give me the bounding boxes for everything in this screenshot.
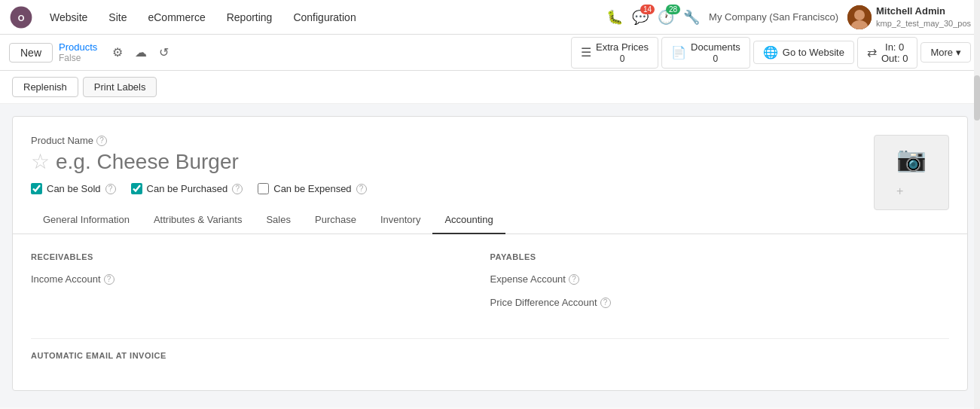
extra-prices-button[interactable]: ☰ Extra Prices 0 [571,37,658,69]
nav-reporting[interactable]: Reporting [216,0,283,35]
scrollbar-thumb[interactable] [974,75,980,121]
breadcrumb-sub: False [59,53,97,63]
debug-icon[interactable]: 🐛 [606,9,623,26]
svg-text:O: O [18,13,25,22]
action-bar: Replenish Print Labels [0,71,980,104]
payables-title: PAYABLES [490,252,950,261]
expense-account-field: Expense Account ? [490,273,950,285]
can-be-sold-label: Can be Sold [47,183,101,194]
can-be-purchased-help-icon[interactable]: ? [232,184,243,194]
tab-general[interactable]: General Information [31,206,142,234]
tab-inventory[interactable]: Inventory [368,206,432,234]
undo-icon[interactable]: ↺ [156,42,172,63]
more-label: More [930,47,953,58]
can-be-purchased-field: Can be Purchased ? [131,183,243,194]
income-account-label: Income Account ? [31,273,490,285]
in-out-label: In: 0 Out: 0 [881,41,908,64]
camera-icon: 📷+ [896,145,927,201]
documents-label: Documents 0 [691,41,740,64]
settings-icon[interactable]: ⚙ [109,42,126,63]
can-be-purchased-label: Can be Purchased [147,183,228,194]
list-icon: ☰ [581,45,591,60]
globe-icon: 🌐 [763,45,778,60]
scrollbar[interactable] [974,0,980,407]
tab-attributes[interactable]: Attributes & Variants [142,206,255,234]
tab-sales[interactable]: Sales [254,206,303,234]
nav-website[interactable]: Website [39,0,98,35]
product-name-input[interactable] [56,150,924,174]
nav-site[interactable]: Site [98,0,137,35]
can-be-expensed-field: Can be Expensed ? [258,183,366,194]
replenish-button[interactable]: Replenish [12,77,78,97]
nav-configuration[interactable]: Configuration [282,0,366,35]
price-diff-account-label: Price Difference Account ? [490,297,950,308]
product-name-row: ☆ EN [31,149,949,174]
tab-purchase[interactable]: Purchase [303,206,368,234]
user-sub: kmp_2_test_may_30_pos [876,18,971,29]
breadcrumb-products[interactable]: Products [59,41,97,53]
checkboxes-row: Can be Sold ? Can be Purchased ? Can be … [31,183,949,194]
top-nav-menu: Website Site eCommerce Reporting Configu… [39,0,367,35]
accounting-tab-content: RECEIVABLES Income Account ? PAYABLES Ex… [31,234,949,360]
document-icon: 📄 [671,45,686,60]
user-avatar [847,5,872,29]
product-form: 📷+ Product Name ? ☆ EN Can be Sold ? Can… [12,116,968,391]
user-name: Mitchell Admin [876,5,971,18]
cloud-icon[interactable]: ☁ [132,42,150,63]
more-button[interactable]: More ▾ [920,42,971,63]
top-nav-right: 🐛 💬 14 🕐 28 🔧 My Company (San Francisco)… [606,5,971,29]
in-out-button[interactable]: ⇄ In: 0 Out: 0 [857,37,917,69]
extra-prices-label: Extra Prices 0 [596,41,649,64]
payables-column: PAYABLES Expense Account ? Price Differe… [490,252,950,320]
main-content: 📷+ Product Name ? ☆ EN Can be Sold ? Can… [0,104,980,407]
can-be-sold-field: Can be Sold ? [31,183,116,194]
product-name-help-icon[interactable]: ? [96,136,107,146]
user-details: Mitchell Admin kmp_2_test_may_30_pos [876,5,971,29]
company-selector[interactable]: My Company (San Francisco) [709,11,838,23]
product-image-upload[interactable]: 📷+ [874,135,949,210]
wrench-icon[interactable]: 🔧 [683,9,700,26]
transfer-icon: ⇄ [867,45,877,60]
go-to-website-label: Go to Website [783,47,844,58]
income-account-help-icon[interactable]: ? [104,274,114,285]
activity-badge: 28 [666,5,680,14]
user-menu[interactable]: Mitchell Admin kmp_2_test_may_30_pos [847,5,971,29]
can-be-expensed-help-icon[interactable]: ? [356,184,367,194]
favorite-star-icon[interactable]: ☆ [31,149,50,174]
price-diff-help-icon[interactable]: ? [600,298,611,308]
product-tabs: General Information Attributes & Variant… [13,206,967,234]
can-be-sold-help-icon[interactable]: ? [105,184,116,194]
can-be-expensed-label: Can be Expensed [273,183,351,194]
can-be-sold-checkbox[interactable] [31,183,42,194]
toolbar-actions: ☰ Extra Prices 0 📄 Documents 0 🌐 Go to W… [571,37,971,69]
price-diff-account-field: Price Difference Account ? [490,297,950,308]
receivables-column: RECEIVABLES Income Account ? [31,252,490,320]
chat-icon[interactable]: 💬 14 [632,9,649,26]
top-nav: O Website Site eCommerce Reporting Confi… [0,0,980,35]
chat-badge: 14 [640,5,655,14]
new-button[interactable]: New [9,43,53,63]
auto-email-title: AUTOMATIC EMAIL AT INVOICE [31,351,949,360]
breadcrumb: Products False [59,41,97,63]
receivables-title: RECEIVABLES [31,252,490,261]
documents-button[interactable]: 📄 Documents 0 [661,37,750,69]
secondary-toolbar: New Products False ⚙ ☁ ↺ ☰ Extra Prices … [0,35,980,71]
svg-point-3 [854,10,865,20]
can-be-expensed-checkbox[interactable] [258,183,269,194]
expense-account-label: Expense Account ? [490,273,950,285]
accounting-columns: RECEIVABLES Income Account ? PAYABLES Ex… [31,252,949,320]
activity-icon[interactable]: 🕐 28 [658,9,674,26]
income-account-field: Income Account ? [31,273,490,285]
tab-accounting[interactable]: Accounting [432,206,505,234]
auto-email-section: AUTOMATIC EMAIL AT INVOICE [31,338,949,360]
app-logo[interactable]: O [9,5,33,29]
go-to-website-button[interactable]: 🌐 Go to Website [753,41,854,64]
expense-account-help-icon[interactable]: ? [569,274,579,285]
nav-ecommerce[interactable]: eCommerce [137,0,215,35]
chevron-down-icon: ▾ [956,47,961,58]
can-be-purchased-checkbox[interactable] [131,183,142,194]
company-name: My Company (San Francisco) [709,11,838,23]
product-name-label: Product Name ? [31,135,949,146]
print-labels-button[interactable]: Print Labels [83,77,157,97]
